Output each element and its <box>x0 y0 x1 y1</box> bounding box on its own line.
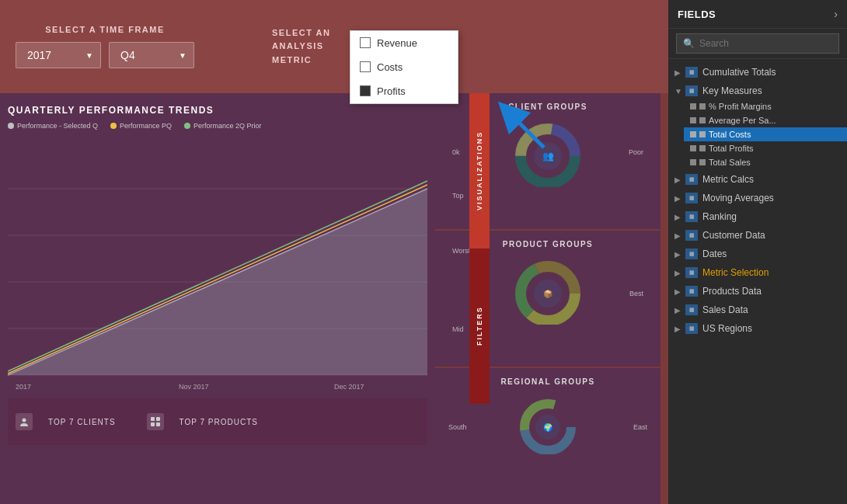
metric-line3: METRIC <box>272 54 330 68</box>
field-group-dates: ▶ ▦ Dates <box>668 245 847 262</box>
client-label-poor: Poor <box>629 148 643 156</box>
metric-profits-item[interactable]: Profits <box>350 79 458 103</box>
type-icon-products-data: ▦ <box>685 286 698 297</box>
metric-selection-label: Metric Selection <box>702 267 841 278</box>
visualizations-tab[interactable]: VISUALIZATIONS <box>469 93 490 249</box>
expand-icon-dates: ▶ <box>674 250 682 259</box>
us-regions-group[interactable]: ▶ ▦ US Regions <box>668 320 847 337</box>
metric-section: SELECT AN ANALYSIS METRIC Revenue Costs … <box>272 26 330 68</box>
product-label-worst: Worst <box>452 247 470 255</box>
metric-popup: Revenue Costs Profits <box>350 30 458 104</box>
type-icon-ranking: ▦ <box>685 211 698 222</box>
expand-icon-metric-selection: ▶ <box>674 269 682 277</box>
metric-calcs-group[interactable]: ▶ ▦ Metric Calcs <box>668 171 847 188</box>
moving-averages-group[interactable]: ▶ ▦ Moving Averages <box>668 189 847 207</box>
legend-label-3: Performance 2Q Prior <box>193 122 262 130</box>
field-group-products-data: ▶ ▦ Products Data <box>668 283 847 300</box>
metric-costs-item[interactable]: Costs <box>350 55 458 79</box>
field-total-profits[interactable]: Total Profits <box>684 141 847 155</box>
revenue-checkbox <box>360 37 371 48</box>
customer-data-group[interactable]: ▶ ▦ Customer Data <box>668 227 847 244</box>
metric-line2: ANALYSIS <box>272 40 330 54</box>
field-group-cumulative: ▶ ▦ Cumulative Totals <box>668 64 847 81</box>
main-content: QUARTERLY PERFORMANCE TRENDS Performance… <box>0 93 668 504</box>
search-box: 🔍 <box>676 33 839 54</box>
fields-title: FIELDS <box>678 9 716 20</box>
type-icon2-total-sales <box>699 159 706 165</box>
legend-label-1: Performance - Selected Q <box>17 122 98 130</box>
products-icon <box>147 413 164 430</box>
profits-label: Profits <box>377 85 406 97</box>
fields-list: ▶ ▦ Cumulative Totals ▼ ▦ Key Measures %… <box>668 59 847 504</box>
fields-close-button[interactable]: › <box>834 8 838 20</box>
top-clients-label: TOP 7 CLIENTS <box>48 418 116 426</box>
key-measures-group[interactable]: ▼ ▦ Key Measures <box>668 82 847 99</box>
field-profit-margins[interactable]: % Profit Margins <box>684 99 847 113</box>
type-icon-total-sales <box>690 159 696 165</box>
ranking-group[interactable]: ▶ ▦ Ranking <box>668 208 847 225</box>
total-sales-label: Total Sales <box>709 158 751 167</box>
filters-tab[interactable]: FILTERS <box>469 249 490 404</box>
svg-text:Nov 2017: Nov 2017 <box>179 383 209 391</box>
regional-donut-chart: 🌍 <box>509 392 587 454</box>
search-input[interactable] <box>699 38 832 49</box>
fields-search: 🔍 <box>668 29 847 59</box>
client-label-0k: 0k <box>452 148 460 156</box>
field-group-metric-selection: ▶ ▦ Metric Selection <box>668 264 847 281</box>
chart-area: 2017 Nov 2017 Dec 2017 <box>8 134 427 398</box>
cumulative-totals-group[interactable]: ▶ ▦ Cumulative Totals <box>668 64 847 81</box>
svg-point-12 <box>23 419 26 422</box>
costs-checkbox <box>360 61 371 72</box>
dates-group[interactable]: ▶ ▦ Dates <box>668 245 847 262</box>
vertical-tabs: VISUALIZATIONS FILTERS <box>469 93 490 404</box>
svg-rect-14 <box>156 417 160 421</box>
expand-icon-moving-averages: ▶ <box>674 194 682 203</box>
field-group-moving-averages: ▶ ▦ Moving Averages <box>668 189 847 207</box>
bottom-bar: TOP 7 CLIENTS TOP 7 PRODUCTS <box>8 398 427 445</box>
field-group-us-regions: ▶ ▦ US Regions <box>668 320 847 337</box>
svg-rect-15 <box>151 422 155 426</box>
products-data-group[interactable]: ▶ ▦ Products Data <box>668 283 847 300</box>
type-icon-metric-calcs: ▦ <box>685 174 698 185</box>
expand-icon-ranking: ▶ <box>674 213 682 221</box>
profits-checkbox <box>360 85 371 96</box>
type-icon-us-regions: ▦ <box>685 323 698 334</box>
field-group-key-measures: ▼ ▦ Key Measures % Profit Margins Averag… <box>668 82 847 169</box>
expand-icon-products-data: ▶ <box>674 287 682 296</box>
metric-line1: SELECT AN <box>272 26 330 40</box>
sales-data-group[interactable]: ▶ ▦ Sales Data <box>668 301 847 318</box>
us-regions-label: US Regions <box>702 323 841 334</box>
field-total-sales[interactable]: Total Sales <box>684 155 847 169</box>
metric-selection-group[interactable]: ▶ ▦ Metric Selection <box>668 264 847 281</box>
type-icon-cumulative: ▦ <box>685 67 698 78</box>
field-group-sales-data: ▶ ▦ Sales Data <box>668 301 847 318</box>
customer-data-label: Customer Data <box>702 230 841 241</box>
legend-item-2: Performance PQ <box>110 122 172 130</box>
product-label-mid: Mid <box>452 325 464 333</box>
field-total-costs[interactable]: Total Costs <box>684 127 847 141</box>
dropdowns-row: 2016 2017 2018 Q1 Q2 Q3 Q4 <box>16 42 194 68</box>
moving-averages-label: Moving Averages <box>702 193 841 203</box>
type-icon-metric-selection: ▦ <box>685 267 698 278</box>
total-costs-label: Total Costs <box>709 130 751 139</box>
clients-icon <box>16 413 33 430</box>
svg-text:2017: 2017 <box>16 383 31 391</box>
field-average-per-sa[interactable]: Average Per Sa... <box>684 113 847 127</box>
quarter-dropdown-wrapper: Q1 Q2 Q3 Q4 <box>109 42 194 68</box>
ranking-label: Ranking <box>702 211 841 222</box>
fields-panel: FIELDS › 🔍 ▶ ▦ Cumulative Totals ▼ ▦ Key… <box>668 0 847 504</box>
products-data-label: Products Data <box>702 286 841 297</box>
legend-dot-2 <box>110 123 117 129</box>
chart-legend: Performance - Selected Q Performance PQ … <box>8 122 427 130</box>
profit-margins-label: % Profit Margins <box>709 102 772 111</box>
type-icon-average <box>690 117 696 123</box>
sales-data-label: Sales Data <box>702 304 841 315</box>
year-dropdown-wrapper: 2016 2017 2018 <box>16 42 101 68</box>
total-profits-label: Total Profits <box>709 144 753 153</box>
dates-label: Dates <box>702 249 841 259</box>
svg-rect-13 <box>151 417 155 421</box>
year-dropdown[interactable]: 2016 2017 2018 <box>16 42 101 68</box>
expand-icon-customer-data: ▶ <box>674 231 682 240</box>
metric-revenue-item[interactable]: Revenue <box>350 31 458 55</box>
quarter-dropdown[interactable]: Q1 Q2 Q3 Q4 <box>109 42 194 68</box>
